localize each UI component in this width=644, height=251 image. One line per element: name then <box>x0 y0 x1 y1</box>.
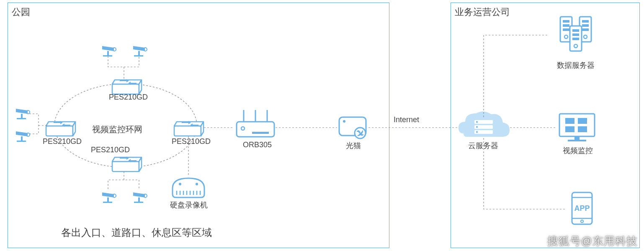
phone-icon <box>572 192 592 224</box>
footer-note: 各出入口、道路口、休息区等区域 <box>61 226 212 239</box>
server-icon <box>570 26 582 51</box>
diagram-canvas: 公园 业务运营公司 <box>0 0 644 251</box>
data-server-label: 数据服务器 <box>557 60 595 70</box>
switch-top-icon <box>112 79 142 94</box>
camera-icon <box>16 131 30 142</box>
camera-icon <box>133 46 147 56</box>
modem-icon <box>339 117 366 138</box>
switch-top-label: PES210GD <box>109 93 148 102</box>
internet-label: Internet <box>394 115 419 124</box>
switch-left-icon <box>46 121 75 136</box>
watermark: 搜狐号@东用科技 <box>547 234 638 248</box>
nvr-label: 硬盘录像机 <box>170 200 208 210</box>
switch-right-label: PES210GD <box>172 137 211 146</box>
ring-label: 视频监控环网 <box>92 124 142 135</box>
switch-left-label: PES210GD <box>43 137 82 146</box>
camera-icon <box>102 46 116 56</box>
switch-right-icon <box>174 121 204 136</box>
camera-icon <box>16 109 30 119</box>
switch-bottom-icon <box>112 157 142 172</box>
monitor-icon <box>559 114 595 141</box>
camera-icon <box>102 192 116 203</box>
switch-bottom-label: PES210GD <box>91 146 130 154</box>
router-label: ORB305 <box>243 141 272 149</box>
modem-label: 光猫 <box>346 141 361 151</box>
router-icon <box>237 110 274 137</box>
video-monitor-label: 视频监控 <box>563 146 593 156</box>
cloud-icon <box>459 111 510 137</box>
nvr-icon <box>173 178 204 197</box>
camera-icon <box>133 192 147 203</box>
cloud-label: 云服务器 <box>468 141 498 151</box>
